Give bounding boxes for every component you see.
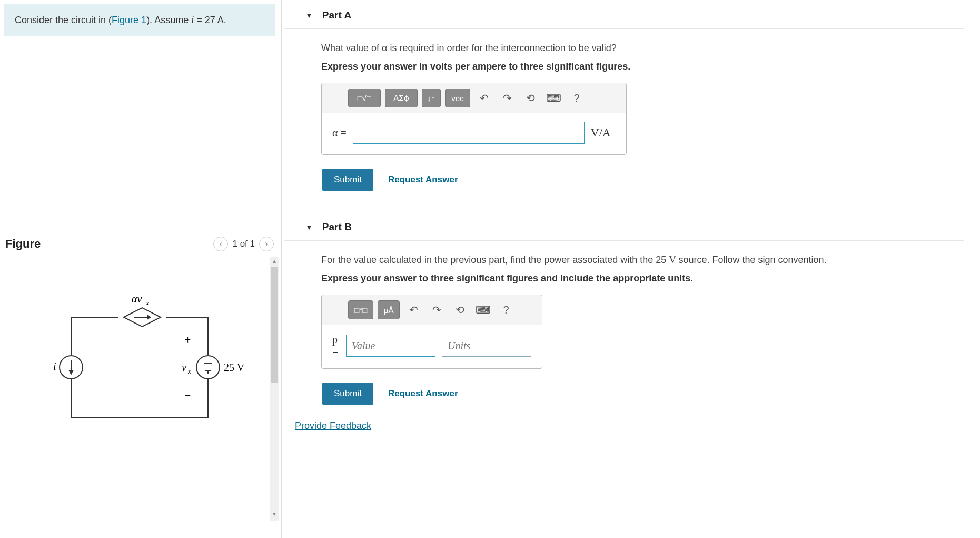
- scroll-down-icon[interactable]: ▼: [271, 511, 278, 519]
- part-a-input[interactable]: [353, 122, 585, 144]
- undo-button[interactable]: ↶: [474, 89, 493, 107]
- circuit-diagram: αv x i 25 V + v x −: [29, 286, 250, 433]
- undo-icon: ↶: [480, 92, 489, 104]
- part-a-instruction: Express your answer in volts per ampere …: [321, 61, 964, 72]
- part-b-answer-box: □°□ µÅ ↶ ↷ ⟲ ⌨ ? p =: [321, 295, 542, 369]
- part-a-toolbar: □√□ ΑΣϕ ↓↑ vec ↶ ↷ ⟲ ⌨ ?: [322, 83, 626, 113]
- part-a-question: What value of α is required in order for…: [321, 43, 964, 54]
- figure-prev-button[interactable]: ‹: [213, 237, 228, 251]
- part-b-header[interactable]: ▼ Part B: [284, 212, 964, 240]
- vx-sub: x: [187, 367, 191, 375]
- reset-icon: ⟲: [456, 304, 464, 316]
- caret-down-icon: ▼: [305, 11, 313, 19]
- subscript-button[interactable]: ↓↑: [422, 89, 441, 107]
- subscript-icon: ↓↑: [428, 94, 435, 103]
- figure-scrollbar[interactable]: ▲ ▼: [270, 257, 279, 521]
- redo-button[interactable]: ↷: [498, 89, 517, 107]
- templates-button[interactable]: □°□: [348, 300, 373, 319]
- templates-icon: □√□: [358, 94, 371, 103]
- part-b-actions: Submit Request Answer: [321, 383, 964, 405]
- part-a-var-label: α =: [332, 127, 347, 139]
- problem-prompt: Consider the circuit in (Figure 1). Assu…: [4, 4, 275, 36]
- part-a-submit-button[interactable]: Submit: [322, 169, 373, 191]
- reset-button[interactable]: ⟲: [521, 89, 540, 107]
- redo-icon: ↷: [503, 92, 512, 104]
- help-button[interactable]: ?: [497, 300, 516, 319]
- figure-page-indicator: 1 of 1: [232, 239, 255, 249]
- part-b-request-answer-link[interactable]: Request Answer: [388, 388, 458, 399]
- part-a-header[interactable]: ▼ Part A: [284, 0, 964, 28]
- help-icon: ?: [573, 92, 579, 104]
- part-a-answer-box: □√□ ΑΣϕ ↓↑ vec ↶ ↷ ⟲ ⌨ ? α = V/A: [321, 83, 627, 155]
- vec-button[interactable]: vec: [445, 89, 470, 107]
- figure-link[interactable]: Figure 1: [112, 15, 146, 25]
- keyboard-icon: ⌨: [546, 92, 561, 104]
- part-b-units-input[interactable]: [442, 335, 531, 357]
- caret-down-icon: ▼: [305, 223, 313, 231]
- part-b-q-pre: For the value calculated in the previous…: [321, 255, 669, 265]
- part-b-instruction: Express your answer to three significant…: [321, 273, 964, 284]
- keyboard-button[interactable]: ⌨: [544, 89, 563, 107]
- figure-area: αv x i 25 V + v x −: [0, 259, 279, 449]
- vec-icon: vec: [451, 94, 463, 103]
- figure-header: Figure ‹ 1 of 1 ›: [0, 237, 279, 251]
- dep-source-sub: x: [145, 299, 149, 307]
- part-a-unit: V/A: [591, 126, 611, 140]
- part-b-toolbar: □°□ µÅ ↶ ↷ ⟲ ⌨ ?: [322, 295, 542, 325]
- templates-button[interactable]: □√□: [348, 89, 381, 107]
- part-b-q-post: source. Follow the sign convention.: [676, 255, 826, 265]
- reset-button[interactable]: ⟲: [450, 300, 469, 319]
- current-i-label: i: [53, 360, 56, 372]
- figure-next-button[interactable]: ›: [259, 237, 274, 251]
- prompt-value: = 27 A.: [194, 15, 226, 25]
- redo-icon: ↷: [432, 304, 441, 316]
- part-a-answer-row: α = V/A: [322, 113, 626, 154]
- left-panel: Consider the circuit in (Figure 1). Assu…: [0, 0, 279, 538]
- help-icon: ?: [503, 304, 509, 316]
- minus-bottom: −: [185, 389, 191, 401]
- undo-icon: ↶: [409, 304, 418, 316]
- part-b-answer-row: p =: [322, 325, 542, 368]
- voltage-label: 25 V: [224, 361, 245, 373]
- right-panel: ▼ Part A What value of α is required in …: [284, 0, 980, 432]
- part-a-body: What value of α is required in order for…: [284, 29, 964, 191]
- templates-icon: □°□: [354, 306, 367, 315]
- part-b-question: For the value calculated in the previous…: [321, 255, 964, 266]
- units-icon: µÅ: [384, 306, 394, 315]
- part-b-var-label: p =: [332, 334, 340, 358]
- svg-point-8: [196, 356, 220, 379]
- part-b-body: For the value calculated in the previous…: [284, 241, 964, 405]
- part-a-request-answer-link[interactable]: Request Answer: [388, 174, 458, 185]
- dep-source-label: αv: [132, 293, 142, 305]
- help-button[interactable]: ?: [567, 89, 586, 107]
- provide-feedback-link[interactable]: Provide Feedback: [295, 420, 371, 432]
- keyboard-button[interactable]: ⌨: [473, 300, 492, 319]
- part-a-actions: Submit Request Answer: [321, 169, 964, 191]
- svg-rect-0: [71, 317, 208, 417]
- units-menu-button[interactable]: µÅ: [378, 300, 400, 319]
- greek-button[interactable]: ΑΣϕ: [385, 89, 418, 107]
- figure-title: Figure: [5, 237, 41, 251]
- scroll-up-icon[interactable]: ▲: [271, 258, 278, 266]
- reset-icon: ⟲: [526, 92, 535, 104]
- vertical-divider: [281, 0, 282, 538]
- part-b-submit-button[interactable]: Submit: [322, 383, 373, 405]
- plus-top: +: [185, 334, 191, 346]
- part-a-title: Part A: [322, 9, 351, 21]
- scroll-thumb[interactable]: [271, 267, 278, 383]
- keyboard-icon: ⌨: [476, 304, 491, 316]
- greek-icon: ΑΣϕ: [393, 93, 409, 103]
- part-a-question-text: What value of α is required in order for…: [321, 43, 617, 53]
- figure-nav: ‹ 1 of 1 ›: [213, 237, 274, 251]
- undo-button[interactable]: ↶: [404, 300, 423, 319]
- vx-label: v: [182, 361, 186, 373]
- prompt-suffix: ). Assume: [146, 15, 191, 25]
- part-b-value-input[interactable]: [346, 335, 435, 357]
- part-b-title: Part B: [322, 221, 352, 233]
- redo-button[interactable]: ↷: [427, 300, 446, 319]
- part-b-q-unit: V: [669, 255, 676, 265]
- prompt-prefix: Consider the circuit in (: [15, 15, 112, 25]
